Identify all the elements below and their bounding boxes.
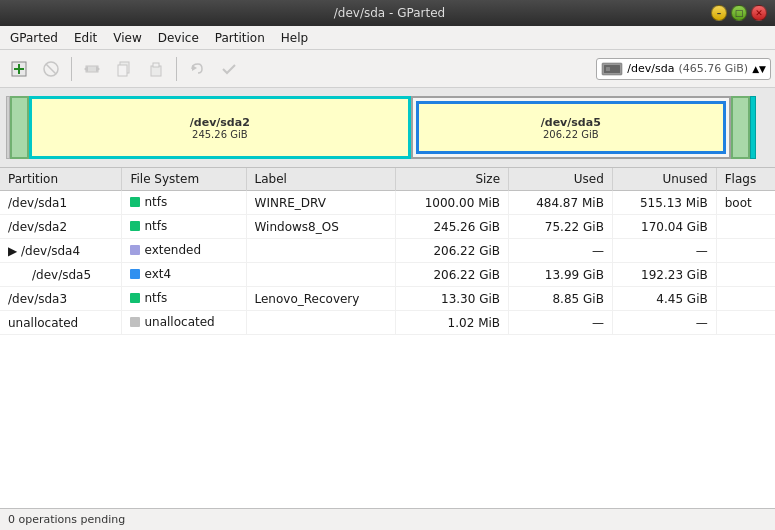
cell-size: 13.30 GiB xyxy=(395,287,508,311)
disk-sda2-size: 245.26 GiB xyxy=(192,129,248,140)
menu-item-edit[interactable]: Edit xyxy=(66,29,105,47)
cell-flags xyxy=(716,287,775,311)
device-label: /dev/sda xyxy=(627,62,674,75)
disk-sda2[interactable]: /dev/sda2 245.26 GiB xyxy=(29,96,411,159)
table-header: Partition File System Label Size Used Un… xyxy=(0,168,775,191)
col-partition[interactable]: Partition xyxy=(0,168,122,191)
cell-used: — xyxy=(509,239,613,263)
partitions-table: Partition File System Label Size Used Un… xyxy=(0,168,775,335)
apply-button[interactable] xyxy=(214,54,244,84)
cell-partition: /dev/sda2 xyxy=(0,215,122,239)
cell-filesystem: ntfs xyxy=(122,191,246,215)
cell-partition: /dev/sda1 xyxy=(0,191,122,215)
cell-unused: — xyxy=(612,311,716,335)
cell-partition: /dev/sda3 xyxy=(0,287,122,311)
menu-item-gparted[interactable]: GParted xyxy=(2,29,66,47)
table-row[interactable]: /dev/sda3ntfsLenovo_Recovery13.30 GiB8.8… xyxy=(0,287,775,311)
cell-partition: /dev/sda5 xyxy=(0,263,122,287)
cell-filesystem: ntfs xyxy=(122,215,246,239)
cell-size: 1000.00 MiB xyxy=(395,191,508,215)
status-text: 0 operations pending xyxy=(8,513,125,526)
cell-used: — xyxy=(509,311,613,335)
disk-sda2-label: /dev/sda2 xyxy=(190,116,250,129)
cell-used: 75.22 GiB xyxy=(509,215,613,239)
close-button[interactable]: ✕ xyxy=(751,5,767,21)
cell-label xyxy=(246,311,395,335)
title-bar: /dev/sda - GParted – □ ✕ xyxy=(0,0,775,26)
status-bar: 0 operations pending xyxy=(0,508,775,530)
svg-rect-11 xyxy=(153,63,159,67)
cell-filesystem: unallocated xyxy=(122,311,246,335)
cell-unused: 4.45 GiB xyxy=(612,287,716,311)
col-used[interactable]: Used xyxy=(509,168,613,191)
title-bar-title: /dev/sda - GParted xyxy=(68,6,711,20)
cell-flags: boot xyxy=(716,191,775,215)
col-size[interactable]: Size xyxy=(395,168,508,191)
disk-sda5-label: /dev/sda5 xyxy=(541,116,601,129)
cell-size: 1.02 MiB xyxy=(395,311,508,335)
cell-filesystem: ntfs xyxy=(122,287,246,311)
col-label[interactable]: Label xyxy=(246,168,395,191)
table-row[interactable]: /dev/sda2ntfsWindows8_OS245.26 GiB75.22 … xyxy=(0,215,775,239)
toolbar-separator-2 xyxy=(176,57,177,81)
cell-unused: 515.13 MiB xyxy=(612,191,716,215)
cell-label: Windows8_OS xyxy=(246,215,395,239)
svg-line-4 xyxy=(46,64,56,74)
disk-sda1[interactable] xyxy=(10,96,29,159)
minimize-button[interactable]: – xyxy=(711,5,727,21)
cell-partition: ▶ /dev/sda4 xyxy=(0,239,122,263)
disk-sda3[interactable] xyxy=(731,96,750,159)
copy-button[interactable] xyxy=(109,54,139,84)
table-row[interactable]: unallocatedunallocated1.02 MiB—— xyxy=(0,311,775,335)
disk-sda5[interactable]: /dev/sda5 206.22 GiB xyxy=(416,101,726,154)
device-selector[interactable]: /dev/sda (465.76 GiB) ▲▼ xyxy=(596,58,771,80)
disk-sda4[interactable]: /dev/sda5 206.22 GiB xyxy=(411,96,731,159)
menu-item-device[interactable]: Device xyxy=(150,29,207,47)
title-bar-controls: – □ ✕ xyxy=(711,5,767,21)
cell-label: Lenovo_Recovery xyxy=(246,287,395,311)
menu-item-view[interactable]: View xyxy=(105,29,149,47)
menu-bar: GPartedEditViewDevicePartitionHelp xyxy=(0,26,775,50)
svg-rect-15 xyxy=(606,67,610,71)
cell-filesystem: ext4 xyxy=(122,263,246,287)
device-dropdown-icon: ▲▼ xyxy=(752,64,766,74)
maximize-button[interactable]: □ xyxy=(731,5,747,21)
delete-button[interactable] xyxy=(36,54,66,84)
cell-unused: 170.04 GiB xyxy=(612,215,716,239)
toolbar: /dev/sda (465.76 GiB) ▲▼ xyxy=(0,50,775,88)
menu-item-partition[interactable]: Partition xyxy=(207,29,273,47)
col-flags[interactable]: Flags xyxy=(716,168,775,191)
resize-button[interactable] xyxy=(77,54,107,84)
device-selector-area: /dev/sda (465.76 GiB) ▲▼ xyxy=(596,58,771,80)
table-row[interactable]: /dev/sda5ext4206.22 GiB13.99 GiB192.23 G… xyxy=(0,263,775,287)
disk-visualization: /dev/sda2 245.26 GiB /dev/sda5 206.22 Gi… xyxy=(0,88,775,168)
table-area: Partition File System Label Size Used Un… xyxy=(0,168,775,508)
cell-partition: unallocated xyxy=(0,311,122,335)
cell-flags xyxy=(716,239,775,263)
svg-marker-12 xyxy=(192,65,197,71)
cell-unused: 192.23 GiB xyxy=(612,263,716,287)
disk-sda5-size: 206.22 GiB xyxy=(543,129,599,140)
cell-used: 484.87 MiB xyxy=(509,191,613,215)
cell-size: 206.22 GiB xyxy=(395,239,508,263)
table-row[interactable]: /dev/sda1ntfsWINRE_DRV1000.00 MiB484.87 … xyxy=(0,191,775,215)
table-row[interactable]: ▶ /dev/sda4extended206.22 GiB—— xyxy=(0,239,775,263)
cell-used: 13.99 GiB xyxy=(509,263,613,287)
disk-right-stripe xyxy=(750,96,756,159)
cell-flags xyxy=(716,215,775,239)
menu-item-help[interactable]: Help xyxy=(273,29,316,47)
cell-flags xyxy=(716,263,775,287)
undo-button[interactable] xyxy=(182,54,212,84)
cell-label xyxy=(246,239,395,263)
cell-flags xyxy=(716,311,775,335)
col-filesystem[interactable]: File System xyxy=(122,168,246,191)
svg-rect-9 xyxy=(118,65,127,76)
paste-button[interactable] xyxy=(141,54,171,84)
col-unused[interactable]: Unused xyxy=(612,168,716,191)
cell-label xyxy=(246,263,395,287)
cell-filesystem: extended xyxy=(122,239,246,263)
toolbar-separator-1 xyxy=(71,57,72,81)
cell-size: 245.26 GiB xyxy=(395,215,508,239)
cell-used: 8.85 GiB xyxy=(509,287,613,311)
new-button[interactable] xyxy=(4,54,34,84)
